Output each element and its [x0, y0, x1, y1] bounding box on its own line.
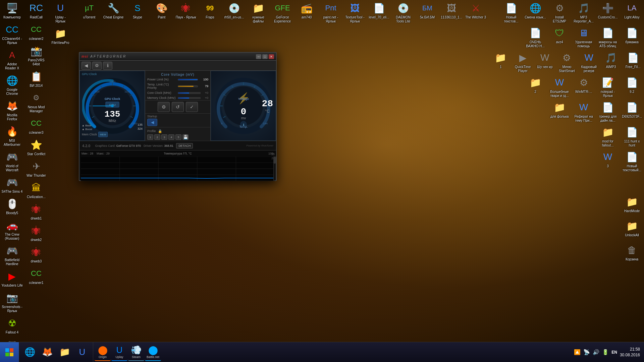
icon-1-folder[interactable]: 📁 1 [490, 50, 512, 74]
icon-screenshots[interactable]: 📷 Screenshots - Ярлык [0, 290, 24, 314]
icon-fileviewpro[interactable]: 📁 FileViewPro [48, 25, 72, 46]
tray-volume-icon[interactable]: 🔊 [593, 349, 599, 355]
icon-am740[interactable]: 📻 am740 [294, 0, 319, 25]
icon-spider[interactable]: 🕷 Паук - Ярлык [174, 0, 198, 25]
taskbar-uplay-app[interactable]: U Uplay [111, 344, 127, 361]
icon-fraps[interactable]: 99 Fraps [198, 0, 222, 25]
icon-92[interactable]: 📄 9.2 [620, 74, 644, 99]
icon-ccleaner3[interactable]: CC ccleaner3 [24, 115, 48, 136]
icon-fallout4[interactable]: ☢ Fallout 4 [0, 315, 24, 336]
icon-vi2014[interactable]: 📋 ВИ 2014 [24, 68, 48, 89]
icon-ccleaner1[interactable]: CC ccleaner1 [24, 265, 48, 286]
power-limit-slider[interactable] [178, 79, 198, 80]
msi-minimize-button[interactable]: ─ [256, 54, 261, 59]
icon-civilization[interactable]: 🏛 Civilization... [24, 180, 48, 200]
icon-msi-afterburner[interactable]: 🔥 MSI Afterburner [0, 123, 24, 148]
icon-files-folder[interactable]: 📁 нужные файлы [246, 0, 270, 25]
msi-back-button[interactable]: ◀ [82, 62, 91, 70]
icon-dlya-folka[interactable]: 📁 для фолька [547, 99, 572, 124]
profile-save-btn[interactable]: 💾 [182, 134, 189, 140]
icon-pano2vrs[interactable]: 📸 Pano2VRS 64bit [24, 43, 48, 68]
icon-world-of-warcraft[interactable]: 🎮 World of Warcraft [0, 149, 24, 174]
icon-cheat-engine[interactable]: 🔧 Cheat Engine [101, 0, 125, 25]
icon-aimp3[interactable]: 🎵 AIMP3 [600, 50, 622, 74]
taskbar-explorer-icon[interactable]: 📁 [57, 344, 73, 361]
icon-referat[interactable]: W Реферат на тему При... [572, 99, 596, 124]
icon-geforce-experience[interactable]: GFE GeForce Experience [270, 0, 294, 25]
graph-scroll-thumb[interactable] [274, 157, 276, 164]
icon-new-text-doc[interactable]: 📄 Новый текстов... [499, 0, 523, 25]
msi-close-button[interactable]: ✕ [269, 54, 274, 59]
icon-paintnet[interactable]: Pnt paint.net - Ярлык [319, 0, 343, 25]
icon-battlefield[interactable]: 🎮 Battlefield Hardline [0, 243, 24, 267]
msi-apply-button[interactable]: ✓ [186, 102, 198, 112]
icon-kadrovyi-rezerv[interactable]: W Кадровый резерв [578, 50, 600, 74]
icon-novyi-tekst[interactable]: 📄 Новый текстовый... [620, 149, 644, 174]
profile-btn-2[interactable]: 2 [154, 134, 160, 140]
icon-war-thunder[interactable]: ✈ War Thunder [24, 158, 48, 179]
profile-btn-1[interactable]: 1 [147, 134, 153, 140]
icon-mozilla-firefox[interactable]: 🦊 Mozilla Firefox [0, 98, 24, 123]
icon-daemon-tools[interactable]: 💿 DAEMON Tools Lite [391, 0, 415, 25]
icon-utorrent[interactable]: µT uTorrent [77, 0, 101, 25]
tray-language-indicator[interactable]: EN [611, 350, 617, 355]
taskbar-battlenet-app[interactable]: ⬤ Battle.net [145, 344, 161, 361]
icon-computer[interactable]: 🖥️ Компьютер [0, 0, 24, 21]
icon-smena-yazyk[interactable]: 🌐 Смена язык... [523, 0, 547, 25]
icon-google-chrome[interactable]: 🌐 Google Chrome [0, 72, 24, 97]
temp-limit-slider[interactable] [178, 85, 198, 87]
msi-info-button[interactable]: ℹ [103, 62, 112, 70]
icon-rh50[interactable]: 💿 rh50_en-us... [222, 0, 246, 25]
icon-youtubers-life[interactable]: ▶ Youtubers Life [0, 268, 24, 289]
icon-unlockall[interactable]: 📁 UnlockAll [620, 218, 644, 239]
icon-shuchenkr[interactable]: W Шу чен кр [534, 50, 556, 74]
icon-udalennaya-pomoshch[interactable]: 🖥 Удаленная помощь [572, 25, 596, 50]
icon-skype[interactable]: S Skype [125, 0, 150, 25]
icon-bloody5[interactable]: 🖱️ Bloody5 [0, 196, 24, 217]
icon-texturetool[interactable]: 🖼 TextureTool - Ярлык [343, 0, 367, 25]
icon-drweb2[interactable]: 🕷 drweb2 [24, 223, 48, 243]
tray-battery-icon[interactable]: 🔋 [602, 349, 609, 355]
icon-ccleaner2[interactable]: CC ccleaner2 [24, 21, 48, 42]
icon-uplay[interactable]: U Uplay - Ярлык [48, 0, 72, 25]
icon-paint[interactable]: 🎨 Paint [150, 0, 174, 25]
core-clock-slider[interactable] [178, 92, 201, 94]
taskbar-uplay-icon[interactable]: U [74, 344, 90, 361]
icon-drweb3[interactable]: 🕷 drweb3 [24, 244, 48, 265]
icon-hardmode[interactable]: 📁 HardMode [620, 194, 644, 215]
icon-mod-fallout[interactable]: 📁 mod for fallout... [596, 124, 620, 149]
icon-customcro[interactable]: ➕ CustomCro... [596, 0, 620, 25]
icon-volshebnye-tvari[interactable]: W Волшебные твари и гд... [547, 74, 572, 99]
icon-raidcall[interactable]: RC RaidCall [24, 0, 48, 21]
icon-2-folder[interactable]: 📁 2 [523, 74, 547, 99]
tray-chevron-icon[interactable]: 🔼 [574, 349, 581, 355]
icon-trainer[interactable]: 📄 тренер для дайн ла... [596, 99, 620, 124]
icon-makrosy[interactable]: 📄 макросы на АТБ облиц [596, 25, 620, 50]
icon-3-doc[interactable]: W 3 [596, 149, 620, 174]
startup-button[interactable]: ◀ [147, 119, 157, 126]
icon-star-conflict[interactable]: ⭐ Star Conflict [24, 137, 48, 158]
taskbar-steam-app[interactable]: 💨 Steam [128, 344, 144, 361]
icon-level70[interactable]: 📄 level_70_eli... [367, 0, 391, 25]
msi-maximize-button[interactable]: □ [262, 54, 268, 59]
msi-settings-action-button[interactable]: ⚙ [158, 102, 170, 112]
taskbar-origin-app[interactable]: ⬤ Origin [95, 344, 111, 361]
profile-btn-5[interactable]: 5 [175, 134, 181, 140]
icon-winmtr[interactable]: ⚙ WinMTR-... [572, 74, 596, 99]
msi-settings-button[interactable]: ⚙ [92, 62, 102, 70]
taskbar-ie-icon[interactable]: 🌐 [22, 344, 38, 361]
mem-clock-ctrl-slider[interactable] [178, 97, 201, 99]
icon-mp3-reporter[interactable]: 🎵 MP3 Reporter_A... [572, 0, 596, 25]
icon-notepad-shortcut[interactable]: 📝 notepad - Ярлык [596, 74, 620, 99]
icon-111-hunt[interactable]: 📄 111 hunt x hunt [620, 124, 644, 149]
detach-button[interactable]: DETACH [176, 143, 193, 148]
msi-reset-button[interactable]: ↺ [172, 102, 184, 112]
icon-quicktime[interactable]: ▶ QuickTime Player [512, 50, 534, 74]
profile-btn-4[interactable]: 4 [168, 134, 174, 140]
icon-free-fil[interactable]: 📄 Free_Fil... [622, 50, 644, 74]
icon-the-crew[interactable]: 🚗 The Crew (Russian) [0, 217, 24, 242]
profile-btn-3[interactable]: 3 [161, 134, 167, 140]
start-button[interactable] [0, 342, 19, 362]
icon-11336110[interactable]: 🖼 11336110_1... [439, 0, 464, 25]
icon-d6925373[interactable]: 📄 D6925373F... [620, 99, 644, 124]
